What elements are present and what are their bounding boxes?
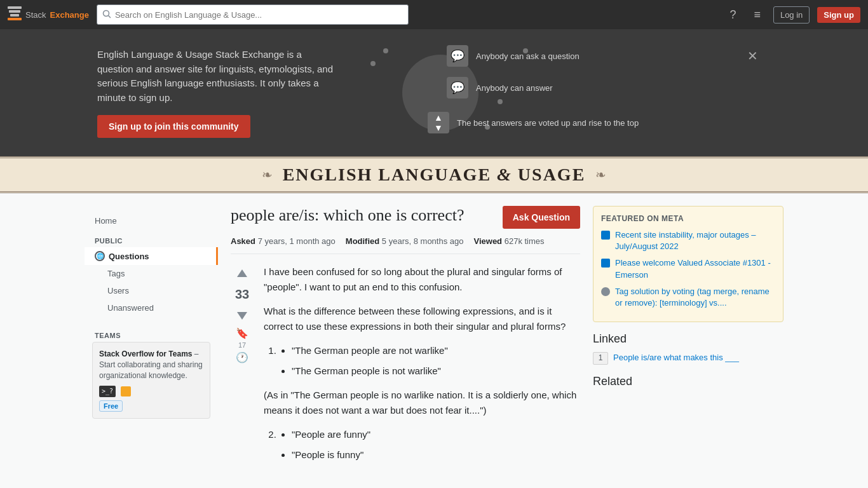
meta-sq-icon-2 xyxy=(601,259,610,268)
question-title: people are/is: which one is correct? xyxy=(231,206,464,225)
ornament-right: ❧ xyxy=(595,167,606,182)
vote-down-button[interactable] xyxy=(232,304,252,325)
search-bar[interactable] xyxy=(97,4,409,25)
teams-title: Stack Overflow for Teams xyxy=(99,349,193,358)
meta-chat-icon-1 xyxy=(601,287,610,296)
linked-section-header: Linked xyxy=(593,332,783,346)
stack-exchange-logo-icon xyxy=(8,6,22,23)
sidebar-item-unanswered[interactable]: Unanswered xyxy=(85,299,218,316)
feature-ask: 💬 Anybody can ask a question xyxy=(447,45,580,67)
meta-modified: Modified 5 years, 8 months ago xyxy=(346,236,464,246)
ask-icon: 💬 xyxy=(447,45,468,67)
feature-answer-label: Anybody can answer xyxy=(476,83,553,93)
bookmark-icon[interactable]: 🔖 xyxy=(236,327,248,339)
vote-up-button[interactable] xyxy=(232,264,252,285)
featured-meta-link-3-text: Tag solution by voting (tag merge, renam… xyxy=(615,286,775,309)
hero-description: English Language & Usage Stack Exchange … xyxy=(97,48,339,105)
dot-1 xyxy=(383,48,388,53)
teams-badge-icon xyxy=(121,386,131,396)
linked-link-1[interactable]: People is/are what makes this ___ xyxy=(613,352,739,365)
site-title-part1: ENGLISH LANGUAGE xyxy=(283,165,491,184)
featured-on-meta-box: Featured on Meta Recent site instability… xyxy=(593,206,783,322)
svg-rect-0 xyxy=(8,6,22,9)
feature-ask-label: Anybody can ask a question xyxy=(476,51,580,61)
hero-banner: English Language & Usage Stack Exchange … xyxy=(0,29,868,156)
site-header: ❧ ENGLISH LANGUAGE & USAGE ❧ xyxy=(0,156,868,193)
featured-meta-link-2-text: Please welcome Valued Associate #1301 - … xyxy=(615,257,775,280)
svg-rect-2 xyxy=(10,14,19,17)
dot-3 xyxy=(498,99,503,104)
featured-meta-link-2[interactable]: Please welcome Valued Associate #1301 - … xyxy=(601,257,775,280)
feature-answer: 💬 Anybody can answer xyxy=(447,77,553,98)
vote-icon: ▲▼ xyxy=(428,112,449,133)
sidebar: Home PUBLIC 🌐 Questions Tags Users Unans… xyxy=(85,206,218,471)
sidebar-section-teams: TEAMS xyxy=(85,324,218,342)
search-icon xyxy=(102,10,111,20)
site-logo[interactable]: StackExchange xyxy=(8,6,89,23)
meta-sq-icon-1 xyxy=(601,231,610,240)
site-title-part2: USAGE xyxy=(518,165,585,184)
dot-2 xyxy=(370,61,376,66)
sidebar-questions-label: Questions xyxy=(109,252,149,261)
vote-count: 33 xyxy=(235,287,249,302)
related-section-header: Related xyxy=(593,375,783,388)
list1-item1: "The German people are not warlike" xyxy=(292,343,580,358)
featured-meta-link-3[interactable]: Tag solution by voting (tag merge, renam… xyxy=(601,286,775,309)
history-icon[interactable]: 🕐 xyxy=(236,351,248,363)
svg-point-4 xyxy=(103,10,109,16)
body-paragraph-1: I have been confused for so long about t… xyxy=(264,264,580,295)
meta-viewed: Viewed 627k times xyxy=(474,236,545,246)
hero-text-block: English Language & Usage Stack Exchange … xyxy=(97,48,339,138)
vote-controls: 33 🔖 17 🕐 xyxy=(231,264,254,363)
top-navigation: StackExchange ? ≡ Log in Sign up xyxy=(0,0,868,29)
question-meta: Asked 7 years, 1 month ago Modified 5 ye… xyxy=(231,236,580,254)
hero-illustration: 💬 Anybody can ask a question 💬 Anybody c… xyxy=(364,42,771,144)
content-area: people are/is: which one is correct? Ask… xyxy=(218,206,593,471)
meta-asked: Asked 7 years, 1 month ago xyxy=(231,236,336,246)
sidebar-item-home[interactable]: Home xyxy=(85,212,218,229)
logo-exchange-text: Exchange xyxy=(50,10,89,20)
signup-button[interactable]: Sign up xyxy=(817,7,860,23)
teams-card: Stack Overflow for Teams – Start collabo… xyxy=(92,342,210,419)
teams-free-badge: Free xyxy=(99,400,123,412)
sidebar-section-public: PUBLIC xyxy=(85,229,218,247)
featured-meta-link-1-text: Recent site instability, major outages –… xyxy=(615,229,775,252)
list-1: "The German people are not warlike" "The… xyxy=(279,343,580,379)
site-title-amp: & xyxy=(497,165,512,184)
list2-item1: "People are funny" xyxy=(292,427,580,442)
ask-question-button[interactable]: Ask Question xyxy=(503,206,580,229)
banner-close-button[interactable]: ✕ xyxy=(747,48,758,64)
feature-vote: ▲▼ The best answers are voted up and ris… xyxy=(428,112,639,133)
body-paragraph-2: What is the difference between these fol… xyxy=(264,304,580,334)
question-body-text: I have been confused for so long about t… xyxy=(264,264,580,471)
list-2: "People are funny" "People is funny" xyxy=(279,427,580,463)
site-title: ENGLISH LANGUAGE & USAGE xyxy=(283,165,586,185)
svg-line-5 xyxy=(108,15,111,18)
sidebar-item-tags[interactable]: Tags xyxy=(85,265,218,282)
question-body-area: 33 🔖 17 🕐 I have been confused for so lo… xyxy=(231,264,580,471)
linked-score-1: 1 xyxy=(593,352,608,365)
main-layout: Home PUBLIC 🌐 Questions Tags Users Unans… xyxy=(85,193,783,484)
answer-icon: 💬 xyxy=(447,77,468,98)
svg-rect-1 xyxy=(9,10,20,13)
body-paragraph-3: (As in "The German people is no warlike … xyxy=(264,388,580,418)
help-icon[interactable]: ? xyxy=(724,8,741,22)
globe-icon: 🌐 xyxy=(95,251,105,261)
sidebar-item-questions[interactable]: 🌐 Questions xyxy=(85,247,218,265)
logo-stack-text: Stack xyxy=(25,10,46,20)
svg-rect-3 xyxy=(8,18,22,20)
sidebar-item-users[interactable]: Users xyxy=(85,282,218,299)
inbox-icon[interactable]: ≡ xyxy=(749,8,766,22)
featured-meta-link-1[interactable]: Recent site instability, major outages –… xyxy=(601,229,775,252)
list2-item2: "People is funny" xyxy=(292,447,580,463)
bookmark-count: 17 xyxy=(238,341,246,349)
list1-item2: "The German people is not warlike" xyxy=(292,363,580,379)
right-sidebar: Featured on Meta Recent site instability… xyxy=(593,206,783,471)
ornament-left: ❧ xyxy=(262,167,273,182)
login-button[interactable]: Log in xyxy=(773,6,810,24)
question-header: people are/is: which one is correct? Ask… xyxy=(231,206,580,229)
search-input[interactable] xyxy=(115,10,403,20)
hero-cta-button[interactable]: Sign up to join this community xyxy=(97,115,250,138)
feature-vote-label: The best answers are voted up and rise t… xyxy=(457,118,639,128)
featured-meta-title: Featured on Meta xyxy=(601,214,775,223)
